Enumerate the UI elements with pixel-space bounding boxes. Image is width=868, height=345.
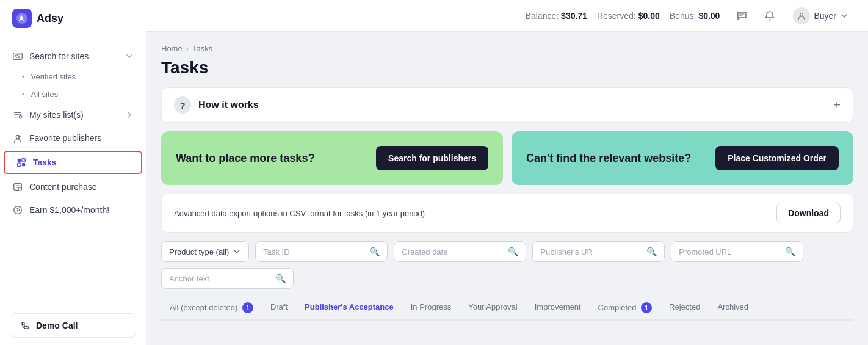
tab-improvement-label: Improvement <box>535 302 581 311</box>
task-id-input[interactable] <box>263 247 366 256</box>
tab-completed[interactable]: Completed 1 <box>590 296 661 321</box>
cta-right-text: Can't find the relevant website? <box>526 152 691 165</box>
phone-icon <box>20 320 31 331</box>
chevron-down-icon <box>125 52 134 60</box>
tab-draft[interactable]: Draft <box>262 296 296 321</box>
product-type-label: Product type (all) <box>169 247 229 256</box>
product-type-filter[interactable]: Product type (all) <box>161 241 249 262</box>
svg-point-12 <box>800 13 803 16</box>
created-date-input[interactable] <box>402 247 504 256</box>
export-description: Advanced data export options in CSV form… <box>174 209 425 218</box>
tab-rejected[interactable]: Rejected <box>660 296 709 321</box>
breadcrumb-home[interactable]: Home <box>161 44 183 53</box>
bell-icon <box>764 10 776 22</box>
promoted-url-filter[interactable]: 🔍 <box>671 241 803 262</box>
tasks-icon <box>16 157 27 168</box>
how-question-mark: ? <box>174 96 191 114</box>
my-sites-list-icon <box>12 109 23 120</box>
created-date-filter[interactable]: 🔍 <box>394 241 526 262</box>
sidebar-item-search-for-sites[interactable]: Search for sites <box>0 45 146 68</box>
how-it-works-panel[interactable]: ? How it works + <box>161 87 853 123</box>
sidebar-label-favorite-publishers: Favorite publishers <box>29 133 101 143</box>
download-button[interactable]: Download <box>776 203 841 223</box>
sidebar-item-earn[interactable]: Earn $1,000+/month! <box>0 198 146 222</box>
svg-rect-7 <box>18 163 21 166</box>
earn-icon <box>12 205 23 216</box>
user-label: Buyer <box>814 11 836 21</box>
content-purchase-icon <box>12 181 23 192</box>
svg-rect-6 <box>22 159 25 162</box>
logo-icon <box>12 9 32 28</box>
tab-draft-label: Draft <box>270 302 288 311</box>
anchor-text-search-icon: 🔍 <box>275 274 286 283</box>
user-chevron-icon <box>840 12 848 20</box>
tab-improvement[interactable]: Improvement <box>526 296 590 321</box>
anchor-text-filter[interactable]: 🔍 <box>161 268 294 289</box>
sidebar-item-content-purchase[interactable]: Content purchase <box>0 175 146 198</box>
svg-point-2 <box>15 55 18 58</box>
task-id-search-icon: 🔍 <box>369 247 380 256</box>
user-menu-button[interactable]: Buyer <box>788 5 853 27</box>
how-expand-icon: + <box>833 98 841 112</box>
tab-rejected-label: Rejected <box>669 302 700 311</box>
place-customized-order-button[interactable]: Place Customized Order <box>715 146 839 170</box>
tab-archived[interactable]: Archived <box>709 296 757 321</box>
tab-in-progress[interactable]: In Progress <box>402 296 460 321</box>
anchor-text-input[interactable] <box>169 274 272 283</box>
search-sites-icon <box>12 51 23 62</box>
chevron-right-icon <box>125 111 134 119</box>
created-date-search-icon: 🔍 <box>508 247 518 256</box>
tab-publishers-acceptance[interactable]: Publisher's Acceptance <box>296 296 402 321</box>
tab-your-approval[interactable]: Your Approval <box>460 296 526 321</box>
bonus-value: $0.00 <box>698 11 720 21</box>
bonus-item: Bonus: $0.00 <box>670 11 720 21</box>
cta-card-custom-order: Can't find the relevant website? Place C… <box>512 131 853 185</box>
search-publishers-button[interactable]: Search for publishers <box>376 146 488 170</box>
sidebar-item-all-sites[interactable]: All sites <box>0 85 146 103</box>
balance-label: Balance: <box>526 11 559 21</box>
svg-rect-5 <box>18 159 21 162</box>
tab-completed-label: Completed <box>598 303 637 312</box>
logo: Adsy <box>0 0 146 37</box>
bonus-label: Bonus: <box>670 11 696 21</box>
tab-all-except-deleted[interactable]: All (except deleted) 1 <box>161 296 262 321</box>
breadcrumb: Home › Tasks <box>161 44 853 53</box>
sidebar-item-my-sites-list[interactable]: My sites list(s) <box>0 103 146 126</box>
tab-all-label: All (except deleted) <box>170 303 237 312</box>
publishers-url-input[interactable] <box>540 247 643 256</box>
sidebar-label-my-sites-list: My sites list(s) <box>29 110 84 120</box>
user-icon <box>797 12 806 20</box>
task-id-filter[interactable]: 🔍 <box>255 241 388 262</box>
tab-completed-badge: 1 <box>641 302 652 313</box>
cta-row: Want to place more tasks? Search for pub… <box>161 131 853 185</box>
how-left: ? How it works <box>174 96 259 114</box>
svg-rect-8 <box>22 163 25 166</box>
notification-button[interactable] <box>760 6 779 26</box>
balance-item: Balance: $30.71 <box>526 11 587 21</box>
sidebar-label-all-sites: All sites <box>31 90 59 99</box>
main-content: Balance: $30.71 Reserved: $0.00 Bonus: $… <box>146 0 868 345</box>
demo-call-button[interactable]: Demo Call <box>10 313 136 338</box>
cta-left-text: Want to place more tasks? <box>176 152 314 165</box>
sidebar-item-verified-sites[interactable]: Verified sites <box>0 68 146 85</box>
balance-value: $30.71 <box>561 11 587 21</box>
page-title: Tasks <box>161 58 853 78</box>
publishers-url-filter[interactable]: 🔍 <box>532 241 665 262</box>
how-it-works-label: How it works <box>198 100 259 111</box>
tab-in-progress-label: In Progress <box>411 302 451 311</box>
breadcrumb-separator: › <box>186 44 189 53</box>
chat-button[interactable] <box>732 6 751 26</box>
top-bar: Balance: $30.71 Reserved: $0.00 Bonus: $… <box>146 0 868 32</box>
sidebar-item-tasks[interactable]: Tasks <box>4 151 142 174</box>
sidebar-item-favorite-publishers[interactable]: Favorite publishers <box>0 126 146 150</box>
sidebar-label-verified-sites: Verified sites <box>31 72 76 81</box>
promoted-url-input[interactable] <box>679 247 781 256</box>
tab-your-approval-label: Your Approval <box>468 302 517 311</box>
avatar <box>793 7 810 24</box>
filter-row: Product type (all) 🔍 🔍 🔍 <box>161 241 853 289</box>
tab-publishers-acceptance-label: Publisher's Acceptance <box>305 302 394 311</box>
reserved-item: Reserved: $0.00 <box>597 11 660 21</box>
sidebar-label-content-purchase: Content purchase <box>29 182 97 192</box>
svg-point-3 <box>19 115 22 118</box>
demo-call-label: Demo Call <box>36 321 78 330</box>
